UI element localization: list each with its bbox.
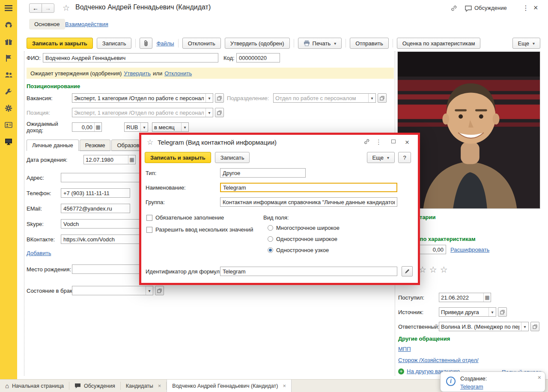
currency-input[interactable]	[125, 123, 140, 131]
link-icon[interactable]	[450, 5, 457, 12]
dialog-save-close-button[interactable]: Записать и закрыть	[145, 152, 211, 163]
required-checkbox[interactable]: Обязательное заполнение	[146, 214, 224, 221]
approve-button[interactable]: Утвердить (одобрен)	[225, 38, 290, 49]
marital-combobox[interactable]: ▾	[72, 286, 153, 295]
phone-icon[interactable]	[3, 19, 14, 30]
phone-input[interactable]	[61, 188, 130, 198]
status-approve-link[interactable]: Утвердить	[124, 70, 151, 77]
dialog-save-button[interactable]: Записать	[215, 152, 250, 163]
calendar-icon[interactable]: ▦	[483, 293, 491, 302]
checkbox-icon[interactable]	[146, 227, 152, 233]
vacancy-combobox[interactable]: ▾	[72, 93, 213, 103]
maximize-icon[interactable]	[391, 140, 396, 143]
birth-field[interactable]: ▦	[83, 155, 136, 164]
send-button[interactable]: Отправить	[350, 38, 388, 49]
source-open-button[interactable]	[498, 307, 507, 317]
dialog-help-button[interactable]: ?	[398, 152, 411, 163]
star-icon[interactable]: ☆	[429, 265, 440, 274]
responsible-input[interactable]	[439, 322, 521, 331]
decode-link[interactable]: Расшифровать	[450, 246, 489, 253]
chevron-down-icon[interactable]: ▾	[181, 123, 188, 131]
source-combobox[interactable]: ▾	[439, 307, 496, 317]
vacancy-open-button[interactable]	[215, 93, 224, 103]
income-input[interactable]	[72, 123, 94, 131]
radio-singleline-narrow[interactable]: Однострочное узкое	[268, 247, 329, 253]
toast-close-icon[interactable]: ×	[538, 374, 541, 381]
calendar-icon[interactable]: ▦	[128, 155, 135, 164]
radio-selected-icon[interactable]	[268, 247, 273, 253]
rating-button[interactable]: Оценка по характеристикам	[397, 38, 481, 49]
marital-input[interactable]	[72, 286, 146, 295]
type-input[interactable]	[220, 168, 306, 178]
contact-card-icon[interactable]	[3, 119, 14, 131]
add-contact-link[interactable]: Добавить	[27, 250, 51, 256]
birthplace-input[interactable]	[72, 264, 140, 274]
print-button[interactable]: Печать ▾	[298, 38, 342, 49]
employees-icon[interactable]	[3, 69, 14, 80]
tab-resume[interactable]: Резюме	[80, 140, 111, 151]
birth-input[interactable]	[84, 155, 128, 164]
star-icon[interactable]: ☆	[440, 265, 451, 274]
address-input[interactable]	[61, 173, 141, 182]
tab-personal-data[interactable]: Личные данные	[27, 140, 79, 151]
department-input[interactable]	[274, 94, 368, 102]
code-input[interactable]	[236, 53, 280, 62]
radio-icon[interactable]	[268, 225, 273, 231]
taskbar-tab-discussions[interactable]: Обсуждения	[69, 380, 120, 392]
status-reject-link[interactable]: Отклонить	[164, 70, 192, 77]
taskbar-tab-candidates[interactable]: Кандидаты ×	[121, 380, 167, 392]
radio-icon[interactable]	[268, 236, 273, 242]
save-close-button[interactable]: Записать и закрыть	[27, 38, 93, 49]
more-button[interactable]: Еще ▾	[512, 38, 540, 49]
checkbox-icon[interactable]	[146, 215, 152, 221]
link-icon[interactable]	[363, 138, 370, 145]
storozh-link[interactable]: Сторож /Хозяйственный отдел/	[398, 357, 479, 363]
mpp-link[interactable]: МПП	[398, 346, 411, 352]
flag-icon[interactable]	[3, 53, 14, 64]
discussion-icon[interactable]	[465, 6, 472, 12]
calculator-icon[interactable]: ▦	[94, 123, 101, 131]
attach-button[interactable]	[140, 38, 152, 49]
monitor-icon[interactable]	[3, 136, 14, 147]
chevron-down-icon[interactable]: ▾	[488, 308, 496, 316]
taskbar-tab-home[interactable]: ⌂ Начальная страница	[0, 380, 69, 392]
dialog-more-button[interactable]: Еще ▾	[367, 152, 395, 163]
vk-input[interactable]	[61, 235, 141, 244]
department-combobox[interactable]: ▾	[273, 93, 376, 103]
tools-icon[interactable]	[3, 86, 14, 97]
dialog-close-icon[interactable]: ×	[405, 138, 409, 147]
chevron-down-icon[interactable]: ▾	[368, 94, 375, 102]
chevron-down-icon[interactable]: ▾	[206, 108, 213, 117]
multiple-values-checkbox[interactable]: Разрешить ввод нескольких значений	[146, 226, 253, 233]
kebab-menu-icon[interactable]: ⋮	[375, 138, 382, 146]
period-input[interactable]	[152, 123, 181, 131]
period-combobox[interactable]: ▾	[152, 122, 189, 132]
received-input[interactable]	[439, 293, 483, 302]
position-open-button[interactable]	[215, 108, 224, 117]
star-icon[interactable]: ☆	[419, 265, 429, 274]
position-input[interactable]	[72, 108, 206, 117]
window-close-icon[interactable]: ×	[533, 3, 538, 12]
name-input[interactable]	[220, 183, 397, 192]
tab-interactions[interactable]: Взаимодействия	[65, 21, 108, 27]
vacancy-input[interactable]	[72, 94, 206, 102]
taskbar-tab-candidate-card[interactable]: Водченко Андрей Геннадьевич (Кандидат) ×	[167, 380, 292, 392]
formula-id-edit-button[interactable]	[402, 266, 413, 276]
chevron-down-icon[interactable]: ▾	[206, 94, 213, 102]
kebab-menu-icon[interactable]: ⋮	[522, 4, 529, 12]
favorite-star-icon[interactable]: ☆	[63, 3, 70, 13]
fio-input[interactable]	[43, 53, 218, 62]
discussion-label[interactable]: Обсуждение	[474, 5, 507, 11]
radio-singleline-wide[interactable]: Однострочное широкое	[268, 236, 337, 242]
tab-close-icon[interactable]: ×	[158, 383, 161, 389]
files-link[interactable]: Файлы	[156, 40, 174, 47]
department-open-button[interactable]	[378, 93, 387, 103]
tab-main[interactable]: Основное	[29, 19, 65, 30]
responsible-open-button[interactable]	[530, 322, 539, 331]
toast-object-link[interactable]: Telegram	[460, 383, 483, 390]
marital-open-button[interactable]	[155, 286, 164, 295]
forward-button[interactable]: →	[42, 3, 54, 13]
skype-input[interactable]	[61, 219, 141, 229]
menu-icon[interactable]	[3, 3, 14, 14]
source-input[interactable]	[439, 308, 488, 316]
